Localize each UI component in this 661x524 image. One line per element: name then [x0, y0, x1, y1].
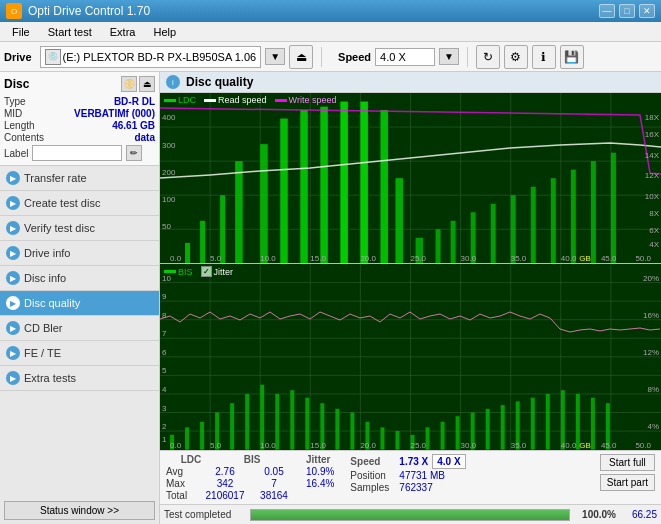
stats-samples-row: Samples 762337	[350, 482, 465, 493]
content-area: i Disc quality LDC Read speed	[160, 72, 661, 524]
drive-dropdown-button[interactable]: ▼	[265, 48, 285, 65]
disc-load-icon[interactable]: 📀	[121, 76, 137, 92]
y-bottom-7: 7	[162, 329, 166, 338]
disc-panel: Disc 📀 ⏏ Type BD-R DL MID VERBATIMf (000…	[0, 72, 159, 166]
y-bottom-5: 5	[162, 366, 166, 375]
svg-rect-66	[350, 413, 354, 450]
y-label-50: 50	[162, 222, 171, 231]
start-full-button[interactable]: Start full	[600, 454, 655, 471]
menu-help[interactable]: Help	[145, 24, 184, 40]
svg-rect-68	[380, 428, 384, 450]
y-right-4pct: 4%	[647, 422, 659, 431]
stats-avg-bis: 0.05	[254, 466, 294, 477]
drive-selector[interactable]: 💿 (E:) PLEXTOR BD-R PX-LB950SA 1.06	[40, 46, 262, 68]
sidebar-item-verify-test-disc[interactable]: ▶ Verify test disc	[0, 216, 159, 241]
disc-icon-area: 📀 ⏏	[121, 76, 155, 92]
sidebar-item-cd-bler[interactable]: ▶ CD Bler	[0, 316, 159, 341]
legend-write: Write speed	[275, 95, 337, 105]
minimize-button[interactable]: —	[599, 4, 615, 18]
status-window-button[interactable]: Status window >>	[4, 501, 155, 520]
disc-info-icon: ▶	[6, 271, 20, 285]
stats-speed-val: 1.73 X	[399, 456, 428, 467]
start-part-button[interactable]: Start part	[600, 474, 655, 491]
disc-contents-val: data	[134, 132, 155, 143]
chart-top-svg	[160, 93, 661, 263]
ldc-color-swatch	[164, 99, 176, 102]
stats-position-label: Position	[350, 470, 395, 481]
svg-rect-62	[290, 391, 294, 450]
sidebar-item-transfer-rate[interactable]: ▶ Transfer rate	[0, 166, 159, 191]
svg-rect-33	[571, 170, 576, 264]
svg-rect-56	[200, 422, 204, 450]
x2-label-20: 20.0	[360, 441, 376, 450]
refresh-button[interactable]: ↻	[476, 45, 500, 69]
stats-speed-header: Speed	[350, 456, 395, 467]
x2-label-10: 10.0	[260, 441, 276, 450]
svg-rect-65	[335, 409, 339, 450]
svg-rect-78	[531, 398, 535, 450]
stats-bis-header: BIS	[232, 454, 272, 465]
sidebar-item-extra-tests[interactable]: ▶ Extra tests	[0, 366, 159, 391]
svg-rect-31	[531, 187, 536, 264]
x2-label-0: 0.0	[170, 441, 181, 450]
close-button[interactable]: ✕	[639, 4, 655, 18]
main-layout: Disc 📀 ⏏ Type BD-R DL MID VERBATIMf (000…	[0, 72, 661, 524]
chart-bottom-svg	[160, 264, 661, 450]
sidebar-item-drive-info[interactable]: ▶ Drive info	[0, 241, 159, 266]
svg-rect-75	[486, 409, 490, 450]
stats-max-bis: 7	[254, 478, 294, 489]
stats-max-row: Max 342 7	[166, 478, 294, 489]
sidebar-item-fe-te[interactable]: ▶ FE / TE	[0, 341, 159, 366]
disc-panel-header: Disc 📀 ⏏	[4, 76, 155, 92]
y-bottom-2: 2	[162, 422, 166, 431]
svg-rect-26	[436, 229, 441, 263]
y-right-12pct: 12%	[643, 348, 659, 357]
eject-button[interactable]: ⏏	[289, 45, 313, 69]
y-bottom-9: 9	[162, 292, 166, 301]
y-right-12: 12X	[645, 171, 659, 180]
y-right-16: 16X	[645, 130, 659, 139]
drive-info-icon: ▶	[6, 246, 20, 260]
sidebar-extra-tests-label: Extra tests	[24, 372, 76, 384]
speed-dropdown-button[interactable]: ▼	[439, 48, 459, 65]
chart-top-canvas: LDC Read speed Write speed	[160, 93, 661, 263]
svg-rect-35	[611, 153, 616, 264]
sidebar-fe-te-label: FE / TE	[24, 347, 61, 359]
progress-bar-outer	[250, 509, 570, 521]
sidebar-item-disc-quality[interactable]: ▶ Disc quality	[0, 291, 159, 316]
y-right-8: 8X	[649, 209, 659, 218]
settings-button[interactable]: ⚙	[504, 45, 528, 69]
info-button[interactable]: ℹ	[532, 45, 556, 69]
sidebar-item-create-test-disc[interactable]: ▶ Create test disc	[0, 191, 159, 216]
disc-mid-row: MID VERBATIMf (000)	[4, 108, 155, 119]
x-label-0: 0.0	[170, 254, 181, 263]
x-label-25: 25.0	[411, 254, 427, 263]
sidebar-cd-bler-label: CD Bler	[24, 322, 63, 334]
stats-speed-max: 4.0 X	[437, 456, 460, 467]
menu-start-test[interactable]: Start test	[40, 24, 100, 40]
legend-ldc: LDC	[164, 95, 196, 105]
svg-rect-19	[300, 110, 308, 263]
menu-file[interactable]: File	[4, 24, 38, 40]
x-label-30: 30.0	[461, 254, 477, 263]
x2-label-25: 25.0	[411, 441, 427, 450]
progress-area: Test completed 100.0% 66.25	[160, 504, 661, 524]
stats-speed-pos: Speed 1.73 X 4.0 X Position 47731 MB Sam…	[350, 454, 465, 493]
disc-eject-icon[interactable]: ⏏	[139, 76, 155, 92]
speed-selector[interactable]: 4.0 X	[375, 48, 435, 66]
sidebar-item-disc-info[interactable]: ▶ Disc info	[0, 266, 159, 291]
menu-extra[interactable]: Extra	[102, 24, 144, 40]
disc-label-input[interactable]	[32, 145, 122, 161]
disc-label-edit-button[interactable]: ✏	[126, 145, 142, 161]
legend-read-label: Read speed	[218, 95, 267, 105]
stats-max-ldc: 342	[200, 478, 250, 489]
x-label-50: 50.0	[635, 254, 651, 263]
x-label-10: 10.0	[260, 254, 276, 263]
maximize-button[interactable]: □	[619, 4, 635, 18]
save-button[interactable]: 💾	[560, 45, 584, 69]
stats-avg-label: Avg	[166, 466, 196, 477]
disc-length-row: Length 46.61 GB	[4, 120, 155, 131]
stats-jitter-header: Jitter	[306, 454, 334, 465]
jitter-checkbox[interactable]: ✓	[201, 266, 212, 277]
read-color-swatch	[204, 99, 216, 102]
